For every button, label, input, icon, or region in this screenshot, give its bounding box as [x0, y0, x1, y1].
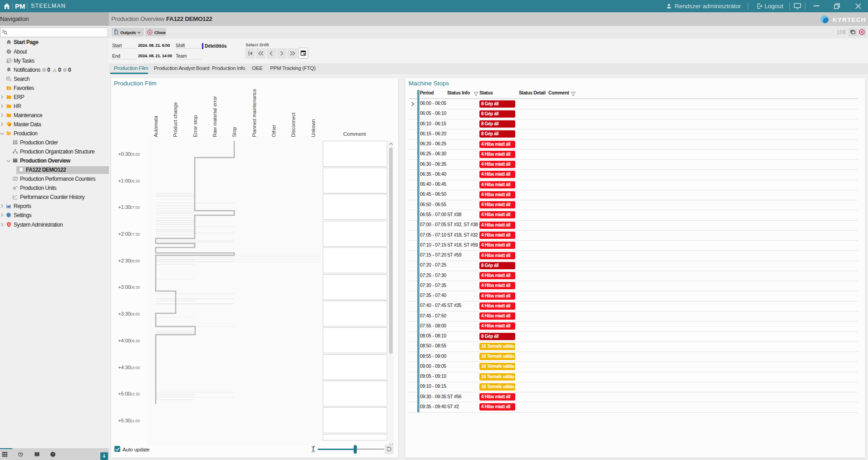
svg-text:Automata: Automata	[153, 115, 158, 137]
svg-text:?: ?	[52, 453, 54, 456]
svg-text:+1:30: +1:30	[118, 204, 131, 210]
svg-text:11:00: 11:00	[130, 419, 140, 423]
svg-text:Other: Other	[271, 124, 276, 137]
svg-text:+2:00: +2:00	[118, 231, 131, 237]
svg-text:+4:00: +4:00	[118, 338, 131, 343]
svg-text:+2:30: +2:30	[118, 258, 131, 263]
svg-text:Planned maintenance: Planned maintenance	[252, 89, 257, 137]
svg-text:06:00: 06:00	[130, 152, 140, 157]
svg-text:06:30: 06:30	[130, 179, 140, 183]
svg-text:Unkown: Unkown	[311, 119, 316, 137]
svg-text:09:30: 09:30	[130, 339, 140, 343]
svg-text:+5:30: +5:30	[118, 418, 131, 423]
svg-text:10:00: 10:00	[130, 366, 140, 370]
svg-text:+3:00: +3:00	[118, 284, 131, 290]
svg-text:07:30: 07:30	[130, 232, 140, 237]
svg-text:10:30: 10:30	[130, 392, 140, 396]
svg-text:Disconnect: Disconnect	[291, 113, 296, 137]
svg-text:Product change: Product change	[173, 102, 178, 137]
svg-text:Raw material error: Raw material error	[212, 96, 217, 137]
svg-text:+5:00: +5:00	[118, 391, 131, 396]
svg-text:Stop: Stop	[232, 127, 237, 137]
svg-text:09:00: 09:00	[130, 312, 140, 317]
svg-text:12: 12	[14, 178, 17, 180]
svg-text:08:00: 08:00	[130, 259, 140, 263]
svg-text:Error stop: Error stop	[192, 115, 198, 137]
svg-text:08:30: 08:30	[130, 285, 140, 290]
svg-text:+4:30: +4:30	[118, 365, 131, 370]
svg-text:+1:00: +1:00	[118, 178, 131, 183]
svg-text:07:00: 07:00	[130, 205, 140, 210]
svg-text:Comment: Comment	[343, 131, 366, 137]
svg-text:+3:30: +3:30	[118, 311, 131, 317]
svg-text:+0:30: +0:30	[118, 151, 131, 157]
